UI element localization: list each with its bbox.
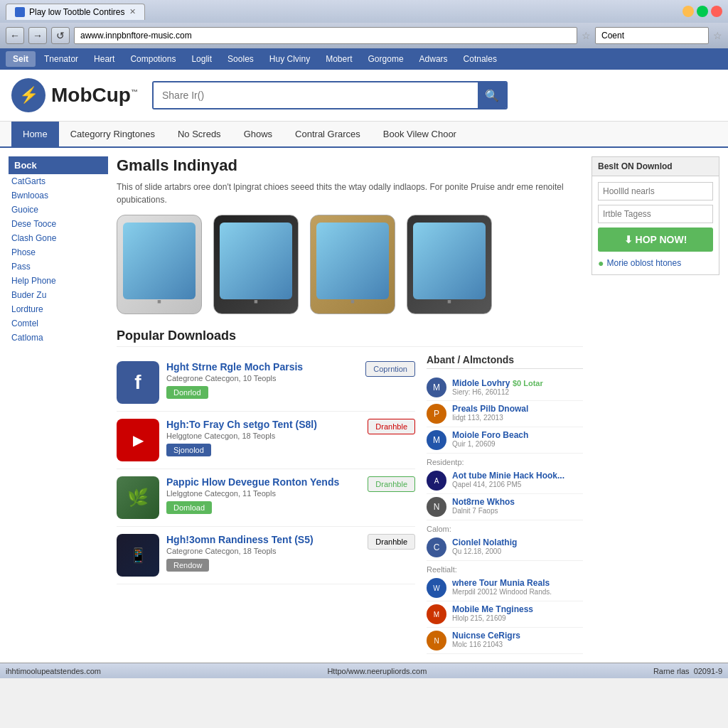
site-header: ⚡ MobCup™ 🔍 (0, 70, 728, 122)
more-link[interactable]: ● Morie oblost htones (598, 257, 713, 269)
dl-action-2[interactable]: Dranhble (368, 419, 415, 434)
refresh-btn[interactable]: ↺ (51, 27, 70, 44)
bookmark-star[interactable]: ☆ (582, 30, 591, 41)
about-item-1: M Midole Lovhry $0 Lotar Siery: H6, 2601… (427, 375, 583, 401)
nav-item-grarces[interactable]: Contral Grarces (284, 122, 372, 146)
about-avatar-r2: N (427, 497, 446, 517)
right-panel: Beslt ON Downlod ⬇ HOP NOW! ● Morie oblo… (592, 156, 719, 654)
sidebar-link-lordture[interactable]: Lordture (9, 302, 108, 316)
dl-action-1[interactable]: Coprntion (365, 361, 415, 377)
toolbar-btn-mobert[interactable]: Mobert (318, 51, 359, 67)
nav-item-home[interactable]: Home (11, 122, 59, 146)
about-avatar-r1: A (427, 471, 446, 491)
sidebar-link-bwnlooas[interactable]: Bwnlooas (9, 188, 108, 203)
logo-text: MobCup™ (51, 84, 138, 107)
search-input-secondary[interactable] (595, 27, 709, 44)
nav-item-screds[interactable]: No Screds (166, 122, 232, 146)
bookmark-star-2[interactable]: ☆ (713, 30, 722, 41)
dl-category-1: Categrone Catecgon, 10 Teopls (166, 374, 358, 382)
content-title: Gmalls Indinyad (117, 156, 583, 175)
about-name-3[interactable]: Moiole Foro Beach (452, 430, 583, 440)
site-search-btn[interactable]: 🔍 (478, 82, 506, 108)
status-label: Rarne rlas (653, 667, 690, 675)
more-icon: ● (598, 257, 604, 269)
right-input-2[interactable] (598, 205, 713, 223)
about-name-reel1[interactable]: where Tour Munia Reals (452, 578, 583, 588)
toolbar-btn-heart[interactable]: Heart (87, 51, 122, 67)
sidebar-link-help-phone[interactable]: Help Phone (9, 274, 108, 288)
about-sub-3: Quir 1, 20609 (452, 440, 583, 448)
nav-item-ringtones[interactable]: Categorry Ringtones (59, 122, 166, 146)
game-icon: 🌿 (117, 476, 159, 519)
hop-now-btn[interactable]: ⬇ HOP NOW! (598, 228, 713, 252)
about-name-1[interactable]: Midole Lovhry (452, 378, 510, 388)
sidebar-link-phose[interactable]: Phose (9, 245, 108, 259)
about-avatar-2: P (427, 404, 446, 424)
dl-title-2[interactable]: Hgh:To Fray Ch setgo Tent (S8l) (166, 419, 360, 430)
about-name-c1[interactable]: Cionlel Nolathig (452, 537, 583, 547)
sidebar-link-clash-gone[interactable]: Clash Gone (9, 231, 108, 245)
sidebar-link-pass[interactable]: Pass (9, 259, 108, 274)
logo-tm: ™ (131, 88, 138, 96)
dl-action-4[interactable]: Dranhble (368, 534, 415, 550)
toolbar-btn-tnenator[interactable]: Tnenator (37, 51, 85, 67)
about-info-2: Preals Pilb Dnowal Iidgt 113, 22013 (452, 404, 583, 422)
dl-category-3: Llelggtone Catecgon, 11 Teopls (166, 489, 360, 498)
dl-btn-1[interactable]: Donrlod (166, 386, 208, 399)
browser-titlebar: Play low Tootble Contires ✕ (0, 0, 728, 23)
toolbar-btn-huy[interactable]: Huy Clviny (262, 51, 317, 67)
window-controls (682, 6, 722, 17)
close-btn[interactable] (711, 6, 722, 17)
dl-title-4[interactable]: Hgh!3omn Randiness Tent (S5) (166, 534, 360, 545)
dl-btn-3[interactable]: Domload (166, 501, 212, 514)
toolbar-btn-cotnales[interactable]: Cotnales (456, 51, 504, 67)
content-area: Gmalls Indinyad This of slide artabrs or… (117, 156, 583, 654)
right-input-1[interactable] (598, 182, 713, 200)
dl-info-1: Hght Strne Rgle Moch Parsis Categrone Ca… (166, 361, 358, 399)
nav-item-ghows[interactable]: Ghows (232, 122, 284, 146)
dl-title-1[interactable]: Hght Strne Rgle Moch Parsis (166, 361, 358, 373)
calom-label: Calom: (427, 525, 583, 533)
sidebar-header: Bock (9, 156, 108, 174)
about-info-reel3: Nuicnse CeRigrs Molc 116 21043 (452, 631, 583, 648)
dl-btn-2[interactable]: Sjonolod (166, 444, 211, 456)
about-name-r1[interactable]: Aot tube Minie Hack Hook... (452, 471, 583, 481)
dl-category-2: Helggtone Catecgon, 18 Teopls (166, 432, 360, 440)
dl-btn-4[interactable]: Rendow (166, 559, 209, 572)
sidebar-link-dese[interactable]: Dese Tooce (9, 217, 108, 231)
minimize-btn[interactable] (682, 6, 694, 17)
dl-action-3[interactable]: Dranhble (368, 476, 415, 492)
about-name-r2[interactable]: Not8rne Wkhos (452, 497, 583, 507)
phone-image-4 (407, 215, 492, 314)
nav-item-book[interactable]: Book Vilew Choor (372, 122, 468, 146)
back-btn[interactable]: ← (6, 27, 24, 44)
about-sub-r2: Dalnit 7 Faops (452, 507, 583, 515)
sidebar-link-comtel[interactable]: Comtel (9, 316, 108, 331)
about-name-2[interactable]: Preals Pilb Dnowal (452, 404, 583, 414)
about-info-reel1: where Tour Munia Reals Merpdil 20012 Win… (452, 578, 583, 596)
forward-btn[interactable]: → (28, 27, 47, 44)
tab-close-btn[interactable]: ✕ (129, 7, 136, 16)
browser-tab[interactable]: Play low Tootble Contires ✕ (6, 4, 145, 20)
site-search-input[interactable] (154, 82, 478, 108)
sidebar-link-guoice[interactable]: Guoice (9, 203, 108, 217)
about-name-reel3[interactable]: Nuicnse CeRigrs (452, 631, 583, 641)
sidebar-link-catloma[interactable]: Catloma (9, 331, 108, 345)
download-item-3: 🌿 Pappic Hlow Devegue Ronton Yends Llelg… (117, 469, 415, 527)
downloads-list: f Hght Strne Rgle Moch Parsis Categrone … (117, 354, 415, 654)
toolbar-btn-compotions[interactable]: Compotions (123, 51, 183, 67)
sidebar-link-buder[interactable]: Buder Zu (9, 288, 108, 302)
about-name-reel2[interactable]: Mobile Me Tnginess (452, 604, 583, 614)
tab-favicon (15, 7, 25, 17)
toolbar-btn-sooles[interactable]: Sooles (220, 51, 261, 67)
toolbar-btn-seit[interactable]: Seit (6, 51, 36, 67)
toolbar-btn-loglit[interactable]: Loglit (184, 51, 219, 67)
toolbar-btn-gorgome[interactable]: Gorgome (361, 51, 411, 67)
dl-title-3[interactable]: Pappic Hlow Devegue Ronton Yends (166, 476, 360, 488)
address-input[interactable] (74, 27, 577, 44)
toolbar-btn-adwars[interactable]: Adwars (412, 51, 455, 67)
status-right: Rarne rlas 02091-9 (653, 667, 722, 675)
sidebar-link-catgarts[interactable]: CatGarts (9, 174, 108, 188)
about-recent-1: A Aot tube Minie Hack Hook... Qapel 414,… (427, 468, 583, 494)
maximize-btn[interactable] (697, 6, 708, 17)
